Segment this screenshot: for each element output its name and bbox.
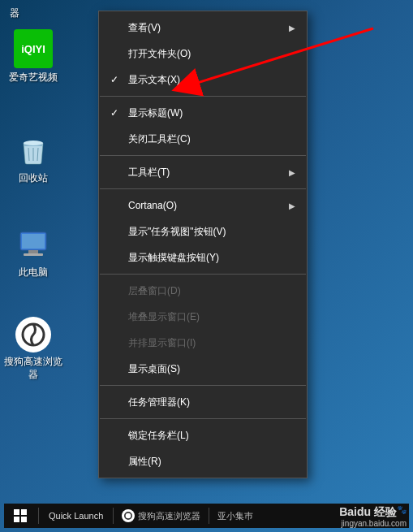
taskbar-app-label: 亚小集巿 bbox=[217, 510, 253, 522]
taskbar-divider bbox=[113, 508, 114, 524]
menu-item-stack-windows: 堆叠显示窗口(E) bbox=[99, 304, 307, 330]
menu-item-label: 显示触摸键盘按钮(Y) bbox=[128, 251, 219, 265]
svg-rect-10 bbox=[21, 517, 27, 522]
menu-item-label: Cortana(O) bbox=[128, 200, 177, 211]
menu-item-show-taskview[interactable]: 显示"任务视图"按钮(V) bbox=[99, 218, 307, 244]
menu-item-label: 属性(R) bbox=[128, 455, 161, 469]
taskbar-app-label: 搜狗高速浏览器 bbox=[138, 510, 200, 522]
menu-item-label: 显示标题(W) bbox=[128, 106, 183, 120]
iqiyi-icon: iQIYI bbox=[14, 29, 53, 68]
menu-item-label: 显示文本(X) bbox=[128, 73, 180, 87]
shortcut-recycle-bin[interactable]: 回收站 bbox=[2, 130, 64, 185]
menu-item-label: 锁定任务栏(L) bbox=[128, 429, 189, 443]
taskbar-divider bbox=[209, 508, 209, 524]
menu-separator bbox=[100, 188, 306, 189]
submenu-arrow-icon: ▶ bbox=[289, 201, 295, 210]
watermark-url: jingyan.baidu.com bbox=[339, 519, 407, 529]
shortcut-label: 回收站 bbox=[2, 172, 64, 185]
svg-rect-7 bbox=[14, 509, 19, 515]
shortcut-this-pc[interactable]: 此电脑 bbox=[2, 224, 64, 279]
menu-item-label: 打开文件夹(O) bbox=[128, 47, 191, 61]
watermark-brand: Baidu 经验🐾 bbox=[339, 505, 407, 519]
shortcut-sogou-browser[interactable]: 搜狗高速浏览器 bbox=[2, 317, 64, 381]
menu-item-open-folder[interactable]: 打开文件夹(O) bbox=[99, 41, 307, 67]
menu-separator bbox=[100, 155, 306, 156]
menu-item-show-title[interactable]: ✓ 显示标题(W) bbox=[99, 100, 307, 126]
menu-item-side-by-side-windows: 并排显示窗口(I) bbox=[99, 330, 307, 356]
svg-rect-8 bbox=[21, 509, 27, 515]
taskbar-divider bbox=[38, 508, 39, 524]
menu-item-cascade-windows: 层叠窗口(D) bbox=[99, 278, 307, 304]
truncated-label: 器 bbox=[10, 6, 19, 20]
menu-separator bbox=[100, 274, 306, 275]
shortcut-label: 爱奇艺视频 bbox=[2, 71, 64, 84]
menu-item-task-manager[interactable]: 任务管理器(K) bbox=[99, 389, 307, 415]
menu-item-show-desktop[interactable]: 显示桌面(S) bbox=[99, 356, 307, 382]
menu-item-show-touch-keyboard[interactable]: 显示触摸键盘按钮(Y) bbox=[99, 244, 307, 270]
taskbar-context-menu: 查看(V) ▶ 打开文件夹(O) ✓ 显示文本(X) ✓ 显示标题(W) 关闭工… bbox=[98, 11, 308, 478]
menu-item-view[interactable]: 查看(V) ▶ bbox=[99, 15, 307, 41]
menu-item-lock-taskbar[interactable]: 锁定任务栏(L) bbox=[99, 422, 307, 448]
computer-icon bbox=[14, 224, 53, 263]
menu-item-label: 任务管理器(K) bbox=[128, 396, 190, 409]
shortcut-label: 搜狗高速浏览器 bbox=[2, 356, 64, 381]
check-icon: ✓ bbox=[109, 74, 120, 85]
menu-item-show-text[interactable]: ✓ 显示文本(X) bbox=[99, 67, 307, 93]
submenu-arrow-icon: ▶ bbox=[289, 168, 295, 177]
menu-item-label: 工具栏(T) bbox=[128, 166, 170, 179]
sogou-browser-icon bbox=[15, 317, 51, 353]
svg-point-11 bbox=[125, 513, 131, 519]
menu-item-label: 层叠窗口(D) bbox=[128, 284, 181, 298]
taskbar-app-other[interactable]: 亚小集巿 bbox=[211, 510, 260, 522]
menu-separator bbox=[100, 96, 306, 97]
menu-item-label: 查看(V) bbox=[128, 21, 161, 35]
desktop: 器 iQIYI 爱奇艺视频 回收站 此电脑 bbox=[0, 0, 413, 532]
menu-separator bbox=[100, 385, 306, 386]
svg-rect-9 bbox=[14, 517, 19, 522]
menu-item-label: 关闭工具栏(C) bbox=[128, 132, 191, 146]
start-button[interactable] bbox=[4, 504, 37, 528]
submenu-arrow-icon: ▶ bbox=[289, 24, 295, 32]
windows-logo-icon bbox=[14, 509, 27, 522]
watermark: Baidu 经验🐾 jingyan.baidu.com bbox=[339, 505, 407, 529]
shortcut-iqiyi[interactable]: iQIYI 爱奇艺视频 bbox=[2, 29, 64, 84]
menu-item-cortana[interactable]: Cortana(O) ▶ bbox=[99, 192, 307, 218]
check-icon: ✓ bbox=[109, 107, 120, 119]
svg-point-0 bbox=[24, 141, 43, 145]
svg-rect-3 bbox=[28, 250, 38, 253]
taskbar-app-sogou[interactable]: 搜狗高速浏览器 bbox=[115, 509, 207, 522]
shortcut-label: 此电脑 bbox=[2, 266, 64, 279]
menu-item-label: 并排显示窗口(I) bbox=[128, 336, 196, 350]
menu-item-label: 堆叠显示窗口(E) bbox=[128, 310, 200, 324]
menu-item-toolbars[interactable]: 工具栏(T) ▶ bbox=[99, 159, 307, 185]
sogou-browser-icon bbox=[122, 509, 135, 522]
paw-icon: 🐾 bbox=[397, 505, 407, 515]
menu-item-label: 显示桌面(S) bbox=[128, 362, 180, 376]
svg-rect-2 bbox=[22, 234, 45, 249]
recycle-bin-icon bbox=[14, 130, 53, 169]
menu-item-close-toolbar[interactable]: 关闭工具栏(C) bbox=[99, 126, 307, 152]
menu-separator bbox=[100, 418, 306, 419]
menu-item-properties[interactable]: 属性(R) bbox=[99, 448, 307, 474]
menu-item-label: 显示"任务视图"按钮(V) bbox=[128, 225, 226, 239]
svg-rect-4 bbox=[24, 253, 43, 256]
quick-launch-toolbar[interactable]: Quick Launch bbox=[41, 511, 111, 521]
